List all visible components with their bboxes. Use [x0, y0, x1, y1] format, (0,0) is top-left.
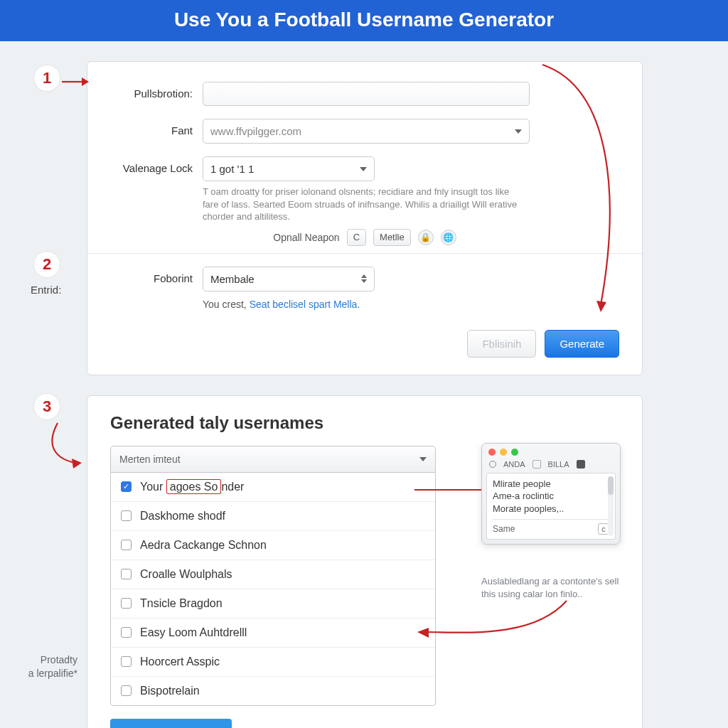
chevron-down-icon	[515, 129, 522, 134]
foborint-value: Membale	[210, 273, 255, 285]
foborint-select[interactable]: Membale	[203, 267, 375, 291]
step-number-3: 3	[43, 397, 51, 416]
generate-button[interactable]: Generate	[545, 330, 619, 358]
list-item[interactable]: Hoorcert Asspic	[111, 647, 435, 676]
window-controls	[482, 444, 620, 459]
results-list: Your agoes Sonder Daskhome shodf Aedra C…	[110, 473, 436, 706]
row-fant: Fant www.ffvpilgger.com	[110, 119, 619, 144]
row-pullsbrotion: Pullsbrotion:	[110, 82, 619, 106]
results-panel: 3 Generated taly usernames Merten imteut…	[87, 395, 643, 728]
preview-footer: Same c	[493, 519, 609, 535]
checkbox-icon[interactable]	[121, 540, 132, 550]
list-item-label: Aedra Cackange Schnon	[140, 539, 267, 552]
lock-icon[interactable]: 🔒	[418, 230, 434, 245]
valenage-select[interactable]: 1 got '1 1	[203, 156, 375, 181]
radio-icon[interactable]	[489, 461, 496, 468]
list-item[interactable]: Aedra Cackange Schnon	[111, 530, 435, 560]
preview-window: ANDA BILLA Mlirate people Ame-a roclinti…	[481, 443, 621, 545]
preview-tabs: ANDA BILLA	[482, 459, 620, 473]
page-header: Use You a Football Username Generator	[0, 0, 728, 41]
page-title: Use You a Football Username Generator	[174, 9, 554, 31]
preview-tab-2[interactable]: BILLA	[548, 460, 569, 469]
valenage-help-text: T oam droatty for priser iolonand olsnen…	[203, 186, 523, 223]
list-item-label: Bispotrelain	[140, 685, 200, 697]
results-filter-select[interactable]: Merten imteut	[110, 446, 436, 473]
step-badge-2-wrap: 2 Entrid:	[33, 251, 61, 296]
preview-line: Mlirate people	[493, 478, 609, 491]
list-item[interactable]: Bispotrelain	[111, 676, 435, 705]
opnail-label: Opnall Neapon	[273, 232, 339, 243]
list-item-label: Your agoes Sonder	[140, 481, 244, 493]
fant-select[interactable]: www.ffvpilgger.com	[203, 119, 530, 144]
foborint-subtext: You crest, Seat beclisel spart Mella.	[203, 299, 619, 310]
preview-tab-1[interactable]: ANDA	[503, 460, 525, 469]
checkbox-icon[interactable]	[121, 627, 132, 638]
close-dot-icon[interactable]	[488, 449, 496, 456]
list-item-label: Croalle Woulphals	[140, 568, 232, 581]
generated-usentary-button[interactable]: Generated Usentary	[110, 719, 232, 728]
results-filter-value: Merten imteut	[119, 454, 181, 465]
preview-line: Morate pooples,..	[493, 503, 609, 515]
foborint-label: Foborint	[110, 267, 203, 284]
tab-icon	[532, 460, 541, 469]
subtext-prefix: You crest,	[203, 299, 250, 310]
row-valenage: Valenage Lock 1 got '1 1 T oam droatty f…	[110, 156, 619, 223]
globe-icon[interactable]: 🌐	[441, 230, 456, 245]
results-title: Generated taly usernames	[110, 413, 619, 433]
secondary-button[interactable]: Fblisinih	[467, 330, 536, 358]
pullsbrotion-input[interactable]	[203, 82, 530, 106]
highlight-fragment: agoes So	[166, 479, 222, 494]
step-badge-2: 2	[33, 251, 60, 278]
preview-body: Mlirate people Ame-a roclintic Morate po…	[486, 473, 616, 540]
arrow-icon	[60, 75, 89, 89]
pullsbrotion-label: Pullsbrotion:	[110, 82, 203, 100]
list-item[interactable]: Easy Loom Auhtdrelll	[111, 618, 435, 647]
checkbox-icon[interactable]	[121, 598, 132, 609]
chevron-down-icon	[360, 167, 367, 171]
step-badge-1: 1	[33, 65, 60, 92]
list-item[interactable]: Croalle Woulphals	[111, 560, 435, 589]
preview-footer-label: Same	[493, 523, 515, 535]
fant-label: Fant	[110, 119, 203, 136]
valenage-label: Valenage Lock	[110, 156, 203, 174]
scrollbar[interactable]	[608, 476, 614, 537]
svg-marker-3	[72, 459, 82, 469]
preview-line: Ame-a roclintic	[493, 490, 609, 503]
opnail-row: Opnall Neapon C Metlle 🔒 🌐	[110, 229, 619, 246]
minimize-dot-icon[interactable]	[500, 449, 507, 456]
list-item-label: Daskhome shodf	[140, 510, 225, 523]
divider	[87, 253, 642, 254]
checkbox-icon[interactable]	[121, 685, 132, 696]
checkbox-icon[interactable]	[121, 656, 132, 667]
opnail-c-button[interactable]: C	[347, 229, 366, 246]
opnail-mettle-button[interactable]: Metlle	[373, 229, 411, 246]
chevron-down-icon	[419, 457, 427, 461]
list-item-label: Easy Loom Auhtdrelll	[140, 626, 247, 639]
row-foborint: Foborint Membale You crest, Seat beclise…	[110, 267, 619, 310]
fant-placeholder: www.ffvpilgger.com	[210, 125, 301, 137]
step-badge-3: 3	[33, 393, 60, 420]
list-item[interactable]: Tnsicle Bragdon	[111, 589, 435, 618]
checkbox-icon[interactable]	[121, 481, 132, 492]
left-caption: Protadty a lerpalifie*	[12, 653, 77, 680]
arrow-from-caption-icon	[412, 596, 575, 646]
chevron-updown-icon	[361, 274, 367, 283]
form-actions: Fblisinih Generate	[110, 330, 619, 358]
svg-marker-1	[82, 77, 89, 86]
list-item-label: Tnsicle Bragdon	[140, 597, 223, 610]
preview-caption: Auslabledlang ar a contonte's sell this …	[481, 575, 621, 601]
step-number-2: 2	[43, 255, 51, 274]
step-2-caption: Entrid:	[31, 284, 61, 296]
arrow-to-list-icon	[46, 422, 85, 471]
checkbox-icon[interactable]	[121, 569, 132, 579]
valenage-value: 1 got '1 1	[210, 163, 254, 175]
zoom-dot-icon[interactable]	[511, 449, 518, 456]
scrollbar-thumb[interactable]	[608, 476, 614, 495]
tab-icon	[577, 460, 585, 469]
list-item[interactable]: Daskhome shodf	[111, 501, 435, 530]
list-item[interactable]: Your agoes Sonder	[111, 473, 435, 501]
list-item-label: Hoorcert Asspic	[140, 655, 220, 668]
step-number-1: 1	[43, 69, 51, 87]
checkbox-icon[interactable]	[121, 510, 132, 521]
subtext-link[interactable]: Seat beclisel spart Mella.	[250, 299, 360, 310]
